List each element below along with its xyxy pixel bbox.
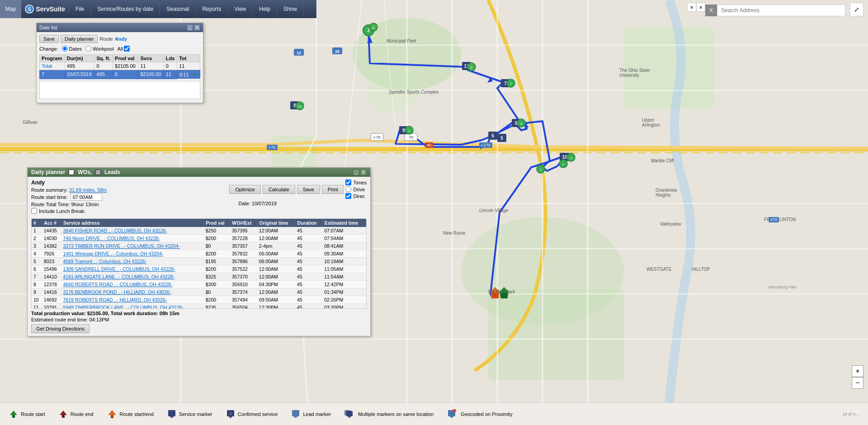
dl-all-check[interactable] (124, 46, 130, 52)
dl-route-label: Route (99, 36, 113, 42)
dp-table-container[interactable]: # Acc # Service address Prod val WO#/Est… (31, 218, 367, 309)
dp-times-opt[interactable]: Times (345, 179, 367, 185)
dp-drive-radio[interactable] (345, 186, 351, 192)
dp-total-time-row: Route Total Time: 9hour 13min (31, 202, 220, 207)
dp-row-orig: 12:00AM (257, 235, 295, 242)
dp-table-row[interactable]: 6 15496 1309 SANDRELL DRIVE , - COLUMBUS… (32, 265, 366, 273)
dp-times-check[interactable] (345, 179, 351, 185)
hwy-70-badge: I-70 (267, 145, 278, 150)
dp-row-addr[interactable]: 4660 ROBERTS ROAD , - COLUMBUS, OH 43228… (61, 281, 203, 288)
dp-row-prod: $0 (204, 242, 230, 250)
dp-optimize-btn[interactable]: Optimize (229, 185, 260, 194)
dp-table-row[interactable]: 2 14030 740 Nixon DRIVE , - COLUMBUS, OH… (32, 235, 366, 242)
dp-addr-link[interactable]: 3840 FISHER ROAD , - COLUMBUS, OH 43228- (63, 228, 167, 233)
dp-row-num: 7 (32, 273, 42, 281)
map-tertiary-close[interactable]: ✕ (696, 3, 705, 12)
dp-table-row[interactable]: 5 8023 4569 Tramont , - Columbus, OH 432… (32, 258, 366, 265)
dp-calculate-btn[interactable]: Calculate (263, 185, 295, 194)
dp-addr-link[interactable]: 4660 ROBERTS ROAD , - COLUMBUS, OH 43228… (63, 282, 172, 287)
dp-table-row[interactable]: 4 7926 1401 Winesap DRIVE , - Columbus, … (32, 250, 366, 258)
nav-reports[interactable]: Reports (196, 0, 228, 18)
dp-addr-link[interactable]: 4569 Tramont , - Columbus, OH 43228- (63, 259, 146, 264)
dp-addr-link[interactable]: 4161 ARLINGATE LANE , - COLUMBUS, OH 432… (63, 274, 175, 279)
dp-row-wo: 356910 (230, 281, 257, 288)
dl-row-tot: 11 (183, 72, 189, 77)
nav-view[interactable]: View (228, 0, 253, 18)
date-list-minimize[interactable]: _ (187, 24, 193, 31)
dl-workpool-radio-label[interactable]: Workpool (85, 46, 113, 52)
dl-route-name: Andy (115, 36, 127, 42)
nav-seasonal[interactable]: Seasonal (160, 0, 196, 18)
dp-directions-btn[interactable]: Get Driving Directions (31, 324, 90, 333)
dp-row-addr[interactable]: 4161 ARLINGATE LANE , - COLUMBUS, OH 432… (61, 273, 203, 281)
zoom-out-button[interactable]: − (852, 377, 863, 389)
dp-print-btn[interactable]: Print (322, 185, 344, 194)
dp-row-prod: $250 (204, 227, 230, 235)
nav-service-routes[interactable]: Service/Routes by date (91, 0, 160, 18)
dl-total-program[interactable]: Total (42, 63, 52, 69)
dp-row-dur: 45 (295, 304, 322, 309)
search-input[interactable] (717, 5, 845, 16)
nav-show[interactable]: Show (277, 0, 304, 18)
dp-addr-link[interactable]: 3176 BENBROOK POND , - HILLIARD, OH 4302… (63, 289, 171, 295)
dp-table-row[interactable]: 10 14692 7819 ROBERTS ROAD , - HILLIARD,… (32, 296, 366, 304)
dp-close[interactable]: ✕ (360, 169, 367, 175)
dp-row-addr[interactable]: 1401 Winesap DRIVE , - Columbus, OH 4320… (61, 250, 203, 258)
dp-minimize[interactable]: _ (353, 169, 359, 175)
dp-row-addr[interactable]: 3373 TIMBER RUN DRIVE , - COLUMBUS, OH 4… (61, 242, 203, 250)
dp-row-addr[interactable]: 3840 FISHER ROAD , - COLUMBUS, OH 43228- (61, 227, 203, 235)
dp-direc-check[interactable] (345, 193, 351, 199)
zoom-in-button[interactable]: + (852, 365, 863, 377)
dp-direc-opt[interactable]: Direc (345, 193, 367, 199)
dp-table-row[interactable]: 9 14416 3176 BENBROOK POND , - HILLIARD,… (32, 288, 366, 296)
dl-dates-radio[interactable] (62, 46, 68, 52)
dp-addr-link[interactable]: 1401 Winesap DRIVE , - Columbus, OH 4320… (63, 251, 163, 256)
dl-row-lds: 0 (179, 72, 182, 77)
map-tab[interactable]: Map (0, 0, 21, 18)
dl-save-button[interactable]: Save (39, 35, 59, 43)
dp-lunch-check[interactable] (31, 208, 37, 214)
nav-file[interactable]: File (69, 0, 91, 18)
dp-drive-opt[interactable]: Drive (345, 186, 367, 192)
dp-addr-link[interactable]: 7819 ROBERTS ROAD , - HILLIARD, OH 43026… (63, 297, 167, 302)
dl-workpool-label: Workpool (93, 46, 113, 52)
search-close-button[interactable]: X (705, 5, 717, 16)
dp-summary-value[interactable]: 31.69 miles, 58m (69, 187, 107, 193)
dp-row-addr[interactable]: 1309 SANDRELL DRIVE , - COLUMBUS, OH 432… (61, 265, 203, 273)
dp-addr-link[interactable]: 740 Nixon DRIVE , - COLUMBUS, OH 43228- (63, 236, 160, 241)
dp-row-addr[interactable]: 7819 ROBERTS ROAD , - HILLIARD, OH 43026… (61, 296, 203, 304)
dp-row-addr[interactable]: 5949 TIMBERBROOK LANE , - COLUMBUS, OH 4… (61, 304, 203, 309)
svg-text:28: 28 (335, 49, 340, 54)
dp-row-est: 11:54AM (322, 273, 366, 281)
dp-row-addr[interactable]: 740 Nixon DRIVE , - COLUMBUS, OH 43228- (61, 235, 203, 242)
dp-row-addr[interactable]: 3176 BENBROOK POND , - HILLIARD, OH 4302… (61, 288, 203, 296)
dp-row-addr[interactable]: 4569 Tramont , - Columbus, OH 43228- (61, 258, 203, 265)
dp-table-row[interactable]: 8 12378 4660 ROBERTS ROAD , - COLUMBUS, … (32, 281, 366, 288)
dp-table-row[interactable]: 7 14410 4161 ARLINGATE LANE , - COLUMBUS… (32, 273, 366, 281)
dp-addr-link[interactable]: 5949 TIMBERBROOK LANE , - COLUMBUS, OH 4… (63, 305, 183, 309)
date-list-close[interactable]: ✕ (194, 24, 200, 31)
nav-help[interactable]: Help (253, 0, 277, 18)
dp-start-time-input[interactable] (71, 194, 102, 201)
dp-table-row[interactable]: 3 14382 3373 TIMBER RUN DRIVE , - COLUMB… (32, 242, 366, 250)
dl-row-dots[interactable]: :: (190, 72, 193, 77)
legend-multiple-markers: Multiple markers on same location (344, 409, 434, 419)
dp-table-row[interactable]: 1 14435 3840 FISHER ROAD , - COLUMBUS, O… (32, 227, 366, 235)
dl-dates-radio-label[interactable]: Dates (62, 46, 82, 52)
dp-addr-link[interactable]: 1309 SANDRELL DRIVE , - COLUMBUS, OH 432… (63, 266, 175, 272)
dl-all-checkbox[interactable]: All (118, 46, 130, 52)
dp-win-controls: _ ✕ (353, 169, 367, 175)
dp-row-orig: 12:00AM (257, 265, 295, 273)
fullscreen-button[interactable]: ⤢ (850, 3, 863, 16)
map-secondary-close[interactable]: ✕ (687, 3, 696, 12)
dp-tbody: 1 14435 3840 FISHER ROAD , - COLUMBUS, O… (32, 227, 366, 309)
dl-daily-planner-button[interactable]: Daily planner (61, 35, 98, 43)
gillivan-label: Gillivan (23, 120, 38, 125)
dp-addr-link[interactable]: 3373 TIMBER RUN DRIVE , - COLUMBUS, OH 4… (63, 243, 179, 249)
dl-data-row[interactable]: 7 10/07/2019 495 0 $2105.00 11 0 11 :: ✓ (40, 70, 200, 79)
dl-notes-area[interactable] (39, 81, 200, 99)
dl-workpool-radio[interactable] (85, 46, 91, 52)
dl-row-check[interactable]: ✓ (193, 71, 197, 77)
dp-table-row[interactable]: 11 10791 5949 TIMBERBROOK LANE , - COLUM… (32, 304, 366, 309)
dp-save-btn[interactable]: Save (297, 185, 320, 194)
